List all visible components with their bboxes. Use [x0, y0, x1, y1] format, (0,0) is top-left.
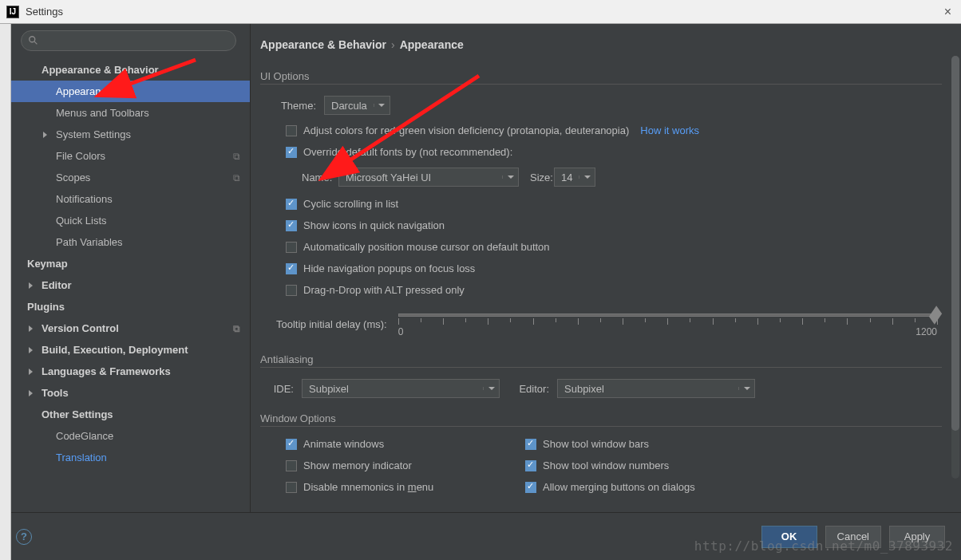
sidebar-item-translation[interactable]: Translation: [11, 447, 250, 468]
sidebar-item-version-control[interactable]: Version Control⧉: [11, 317, 250, 339]
aa-ide-combo[interactable]: Subpixel: [302, 379, 500, 398]
sidebar-item-languages[interactable]: Languages & Frameworks: [11, 361, 250, 382]
check-auto-mouse[interactable]: Automatically position mouse cursor on d…: [260, 241, 942, 253]
sidebar-item-other-settings[interactable]: Other Settings: [11, 404, 250, 425]
check-toolbars[interactable]: Show tool window bars: [517, 438, 757, 450]
sidebar-item-build[interactable]: Build, Execution, Deployment: [11, 339, 250, 361]
check-cyclic[interactable]: Cyclic scrolling in list: [260, 198, 942, 210]
font-size-label: Size:: [530, 172, 554, 183]
app-icon: IJ: [6, 6, 19, 18]
help-icon[interactable]: ?: [16, 529, 32, 545]
check-show-icons[interactable]: Show icons in quick navigation: [260, 219, 942, 231]
main-panel: Appearance & Behavior Appearance Menus a…: [11, 24, 961, 512]
svg-point-0: [30, 37, 35, 42]
sidebar-item-menus-toolbars[interactable]: Menus and Toolbars: [11, 102, 250, 124]
section-window-options: Window Options: [260, 412, 942, 427]
aa-ide-label: IDE:: [270, 383, 294, 395]
chevron-down-icon: [738, 387, 754, 390]
check-override-fonts[interactable]: Override default fonts by (not recommend…: [260, 146, 942, 158]
content-panel: Appearance & Behavior›Appearance UI Opti…: [251, 24, 961, 512]
apply-button[interactable]: Apply: [889, 526, 945, 548]
sidebar-item-scopes[interactable]: Scopes⧉: [11, 167, 250, 188]
sidebar: Appearance & Behavior Appearance Menus a…: [11, 24, 251, 512]
settings-tree: Appearance & Behavior Appearance Menus a…: [11, 56, 250, 512]
sidebar-item-system-settings[interactable]: System Settings: [11, 124, 250, 145]
sidebar-item-file-colors[interactable]: File Colors⧉: [11, 145, 250, 167]
chevron-down-icon: [374, 104, 390, 107]
project-icon: ⧉: [233, 172, 240, 183]
chevron-down-icon: [483, 387, 499, 390]
project-icon: ⧉: [233, 151, 240, 162]
font-name-label: Name:: [302, 172, 338, 183]
section-antialiasing: Antialiasing: [260, 353, 942, 368]
aa-editor-combo[interactable]: Subpixel: [557, 379, 755, 398]
sidebar-item-appearance[interactable]: Appearance: [11, 81, 250, 102]
check-drag-drop[interactable]: Drag-n-Drop with ALT pressed only: [260, 284, 942, 296]
ok-button[interactable]: OK: [761, 526, 817, 548]
titlebar: IJ Settings ×: [0, 0, 961, 24]
scrollbar[interactable]: [951, 56, 959, 479]
check-numbers[interactable]: Show tool window numbers: [517, 459, 757, 471]
scrollbar-thumb[interactable]: [951, 56, 959, 431]
font-name-combo[interactable]: Microsoft YaHei UI: [338, 168, 519, 187]
sidebar-item-notifications[interactable]: Notifications: [11, 188, 250, 210]
chevron-down-icon: [502, 175, 518, 179]
sidebar-item-keymap[interactable]: Keymap: [11, 253, 250, 274]
cancel-button[interactable]: Cancel: [825, 526, 881, 548]
check-mnemonics[interactable]: Disable mnemonics in menu: [278, 481, 517, 493]
window-title: Settings: [26, 6, 63, 18]
check-merge[interactable]: Allow merging buttons on dialogs: [517, 481, 757, 493]
breadcrumb: Appearance & Behavior›Appearance: [260, 38, 942, 51]
sidebar-item-plugins[interactable]: Plugins: [11, 296, 250, 317]
close-icon[interactable]: ×: [944, 5, 951, 19]
sidebar-item-appearance-behavior[interactable]: Appearance & Behavior: [11, 59, 250, 81]
svg-line-1: [34, 41, 38, 45]
chevron-down-icon: [579, 175, 595, 179]
check-adjust-colors[interactable]: Adjust colors for red-green vision defic…: [260, 124, 942, 136]
sidebar-item-tools[interactable]: Tools: [11, 382, 250, 404]
check-hide-nav[interactable]: Hide navigation popups on focus loss: [260, 262, 942, 274]
how-it-works-link[interactable]: How it works: [640, 124, 699, 136]
check-memory[interactable]: Show memory indicator: [278, 459, 517, 471]
search-icon: [28, 35, 39, 46]
search-input[interactable]: [21, 30, 236, 51]
project-icon: ⧉: [233, 323, 240, 334]
sidebar-item-editor[interactable]: Editor: [11, 274, 250, 296]
aa-editor-label: Editor:: [514, 383, 549, 395]
sidebar-item-quick-lists[interactable]: Quick Lists: [11, 210, 250, 231]
sidebar-item-codeglance[interactable]: CodeGlance: [11, 425, 250, 447]
tooltip-delay-slider[interactable]: 0 1200: [398, 310, 937, 334]
check-animate[interactable]: Animate windows: [278, 438, 517, 450]
tooltip-delay-label: Tooltip initial delay (ms):: [276, 318, 387, 330]
theme-combo[interactable]: Darcula: [324, 96, 390, 115]
theme-label: Theme:: [278, 100, 316, 112]
slider-thumb[interactable]: [929, 306, 942, 324]
editor-gutter: [0, 24, 11, 560]
sidebar-item-path-variables[interactable]: Path Variables: [11, 231, 250, 253]
section-ui-options: UI Options: [260, 70, 942, 85]
font-size-combo[interactable]: 14: [554, 168, 595, 187]
footer: ? OK Cancel Apply: [0, 512, 961, 560]
